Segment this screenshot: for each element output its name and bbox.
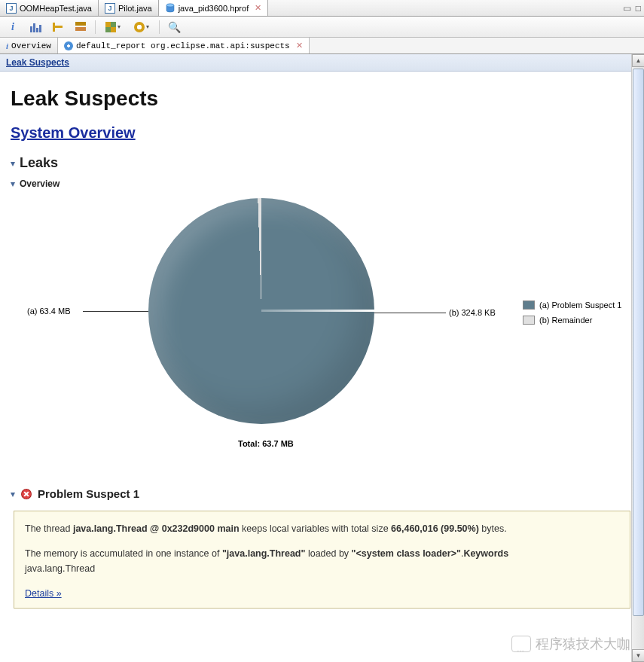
window-controls: ▭ □ <box>623 0 644 16</box>
pie-chart: (a) 63.4 MB (b) 324.8 KB (a) Problem Sus… <box>11 198 633 469</box>
collapse-icon[interactable]: ▾ <box>11 178 15 189</box>
legend-item: (a) Problem Suspect 1 <box>523 300 621 310</box>
close-icon[interactable]: ✕ <box>255 3 261 13</box>
thread-button[interactable]: ▾ <box>102 19 124 35</box>
breadcrumb-bar: Leak Suspects <box>0 54 644 72</box>
problem-title: Problem Suspect 1 <box>38 487 139 500</box>
toolbar: i ▾ ▾ 🔍 <box>0 17 644 38</box>
tab-label: OOMHeapTest.java <box>20 4 92 13</box>
sub-section-title: Overview <box>20 178 60 189</box>
scroll-thumb[interactable] <box>633 69 644 616</box>
breadcrumb-link[interactable]: Leak Suspects <box>6 57 69 68</box>
search-button[interactable]: 🔍 <box>166 19 182 35</box>
collapse-icon[interactable]: ▾ <box>11 158 15 169</box>
system-overview-link[interactable]: System Overview <box>11 124 136 141</box>
section-title: Leaks <box>20 155 58 171</box>
scroll-up-button[interactable]: ▲ <box>632 54 644 67</box>
legend-item: (b) Remainder <box>523 316 621 325</box>
search-icon: 🔍 <box>168 21 181 33</box>
oql-button[interactable] <box>72 19 89 35</box>
report-icon <box>64 41 73 50</box>
editor-tab-pilot[interactable]: J Pilot.java <box>99 0 159 16</box>
svg-point-1 <box>166 4 174 7</box>
subtab-label: Overview <box>11 41 51 50</box>
legend-label: (a) Problem Suspect 1 <box>539 300 621 310</box>
leader-line <box>83 311 148 312</box>
info-icon: i <box>11 21 14 33</box>
tree-icon <box>53 22 63 32</box>
page-title: Leak Suspects <box>11 87 633 111</box>
problem-line-1: The thread java.lang.Thread @ 0x232d9000… <box>25 522 619 536</box>
problem-heading: ▾ Problem Suspect 1 <box>11 487 633 500</box>
chevron-down-icon: ▾ <box>146 23 149 30</box>
subtab-overview[interactable]: i Overview <box>0 38 58 53</box>
subtab-label: default_report org.eclipse.mat.api:suspe… <box>76 41 290 50</box>
overview-heading: ▾ Overview <box>11 178 633 189</box>
dominator-tree-button[interactable] <box>50 19 66 35</box>
chevron-down-icon: ▾ <box>118 23 121 30</box>
close-icon[interactable]: ✕ <box>296 41 303 50</box>
database-icon <box>165 3 175 14</box>
minimize-icon[interactable]: ▭ <box>623 3 631 14</box>
pie-slit <box>261 310 374 312</box>
separator <box>95 20 96 34</box>
info-icon: i <box>6 41 8 50</box>
gear-icon <box>134 22 145 32</box>
tab-label: java_pid3600.hprof <box>179 4 249 13</box>
stack-icon <box>75 22 86 32</box>
chart-legend: (a) Problem Suspect 1 (b) Remainder <box>523 300 621 331</box>
pie-wrap <box>148 198 374 424</box>
editor-tabs: J OOMHeapTest.java J Pilot.java java_pid… <box>0 0 644 17</box>
editor-tab-hprof[interactable]: java_pid3600.hprof ✕ <box>159 0 269 16</box>
legend-swatch <box>523 300 535 310</box>
subtab-default-report[interactable]: default_report org.eclipse.mat.api:suspe… <box>58 38 310 53</box>
scroll-down-button[interactable]: ▼ <box>632 649 644 662</box>
java-file-icon: J <box>105 3 115 14</box>
leaks-heading: ▾ Leaks <box>11 155 633 171</box>
chart-total: Total: 63.7 MB <box>238 439 294 448</box>
details-link[interactable]: Details » <box>25 588 62 599</box>
report-content: Leak Suspects System Overview ▾ Leaks ▾ … <box>0 72 644 660</box>
problem-line-2: The memory is accumulated in one instanc… <box>25 547 619 576</box>
vertical-scrollbar[interactable]: ▲ ▼ <box>631 54 644 662</box>
sub-tabs: i Overview default_report org.eclipse.ma… <box>0 38 644 54</box>
histogram-button[interactable] <box>27 19 44 35</box>
slice-label-b: (b) 324.8 KB <box>449 308 496 317</box>
legend-swatch <box>523 316 535 325</box>
problem-description: The thread java.lang.Thread @ 0x232d9000… <box>14 511 630 609</box>
overview-button[interactable]: i <box>5 19 21 35</box>
slice-label-a: (a) 63.4 MB <box>27 307 70 316</box>
java-file-icon: J <box>6 3 17 14</box>
bars-icon <box>30 22 41 32</box>
tab-label: Pilot.java <box>118 4 152 13</box>
error-icon <box>21 489 32 499</box>
editor-tab-oomheaptest[interactable]: J OOMHeapTest.java <box>0 0 99 16</box>
content-wrap: Leak Suspects Leak Suspects System Overv… <box>0 54 644 662</box>
query-button[interactable]: ▾ <box>130 19 153 35</box>
separator <box>159 20 160 34</box>
collapse-icon[interactable]: ▾ <box>11 489 15 499</box>
maximize-icon[interactable]: □ <box>636 3 641 14</box>
legend-label: (b) Remainder <box>539 316 592 325</box>
grid-icon <box>105 22 116 32</box>
leader-line <box>374 313 446 313</box>
